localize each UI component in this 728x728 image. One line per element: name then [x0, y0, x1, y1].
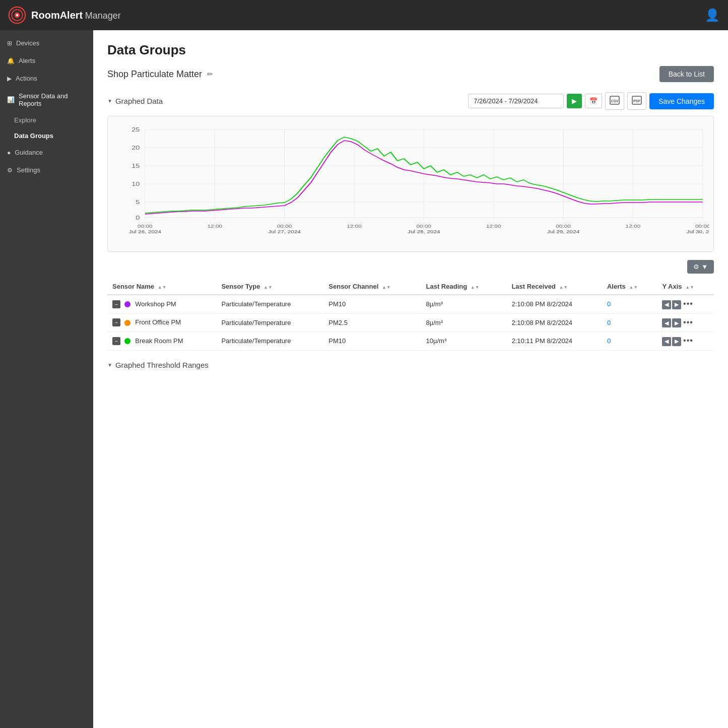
- row3-type-cell: Particulate/Temperature: [216, 332, 323, 351]
- threshold-section-title: Graphed Threshold Ranges: [107, 361, 714, 369]
- graphed-data-header: Graphed Data ▶ 📅 CSV PDF Save: [107, 92, 714, 110]
- csv-export-button[interactable]: CSV: [605, 92, 624, 110]
- sort-arrows-yaxis: ▲▼: [685, 285, 694, 290]
- svg-text:15: 15: [131, 163, 140, 169]
- row1-yaxis-cell: ◀ ▶ •••: [657, 295, 714, 313]
- row3-right-arrow[interactable]: ▶: [672, 337, 681, 346]
- row2-reading-cell: 8µ/m³: [421, 313, 507, 332]
- row1-right-arrow[interactable]: ▶: [672, 300, 681, 309]
- chart-svg: 25 20 15 10 5 0: [112, 124, 709, 245]
- date-range-input[interactable]: [468, 94, 564, 108]
- sort-arrows-name: ▲▼: [158, 285, 167, 290]
- row3-toggle[interactable]: −: [112, 337, 120, 345]
- sort-arrows-reading: ▲▼: [471, 285, 480, 290]
- sensor-table: Sensor Name ▲▼ Sensor Type ▲▼ Sensor Cha…: [107, 279, 714, 351]
- sidebar-subitem-explore[interactable]: Explore: [0, 112, 93, 128]
- row2-color-dot: [124, 320, 130, 326]
- table-header-row: Sensor Name ▲▼ Sensor Type ▲▼ Sensor Cha…: [107, 279, 714, 295]
- table-body: − Workshop PM Particulate/Temperature PM…: [107, 295, 714, 350]
- row1-alerts-link[interactable]: 0: [607, 300, 611, 308]
- row2-right-arrow[interactable]: ▶: [672, 318, 681, 327]
- sidebar-item-sensor-data[interactable]: 📊 Sensor Data and Reports: [0, 87, 93, 112]
- svg-text:00:00: 00:00: [138, 223, 153, 228]
- apply-date-button[interactable]: ▶: [567, 94, 582, 108]
- col-sensor-channel[interactable]: Sensor Channel ▲▼: [323, 279, 421, 295]
- calendar-button[interactable]: 📅: [585, 94, 602, 108]
- svg-text:Jul 28, 2024: Jul 28, 2024: [408, 229, 440, 234]
- chart-toolbar: ▶ 📅 CSV PDF Save Changes: [468, 92, 714, 110]
- row3-left-arrow[interactable]: ◀: [662, 337, 671, 346]
- user-icon[interactable]: 👤: [705, 8, 720, 22]
- page-title: Data Groups: [107, 42, 714, 58]
- chart-settings-button[interactable]: ⚙ ▼: [687, 260, 714, 274]
- col-yaxis[interactable]: Y Axis ▲▼: [657, 279, 714, 295]
- svg-text:Jul 26, 2024: Jul 26, 2024: [129, 229, 162, 234]
- row3-alerts-cell: 0: [602, 332, 657, 351]
- col-alerts[interactable]: Alerts ▲▼: [602, 279, 657, 295]
- save-changes-button[interactable]: Save Changes: [649, 93, 714, 109]
- top-nav: RoomAlert Manager 👤: [0, 0, 728, 30]
- svg-text:Jul 29, 2024: Jul 29, 2024: [547, 229, 580, 234]
- alerts-icon: 🔔: [7, 57, 15, 64]
- svg-text:10: 10: [131, 181, 140, 187]
- main-content: Data Groups Shop Particulate Matter ✏ Ba…: [93, 30, 728, 728]
- group-name-area: Shop Particulate Matter ✏: [107, 69, 213, 80]
- sidebar-item-devices[interactable]: ⊞ Devices: [0, 34, 93, 52]
- row1-received-cell: 2:10:08 PM 8/2/2024: [506, 295, 602, 313]
- row1-name-cell: − Workshop PM: [107, 295, 216, 313]
- sort-arrows-alerts: ▲▼: [629, 285, 638, 290]
- svg-text:5: 5: [136, 199, 140, 206]
- settings-row: ⚙ ▼: [107, 260, 714, 274]
- sidebar-item-guidance[interactable]: ● Guidance: [0, 144, 93, 161]
- table-row: − Workshop PM Particulate/Temperature PM…: [107, 295, 714, 313]
- sidebar: ⊞ Devices 🔔 Alerts ▶ Actions 📊 Sensor Da…: [0, 30, 93, 728]
- row1-alerts-cell: 0: [602, 295, 657, 313]
- pdf-export-button[interactable]: PDF: [627, 92, 646, 110]
- row2-more-button[interactable]: •••: [683, 318, 693, 327]
- col-last-received[interactable]: Last Received ▲▼: [506, 279, 602, 295]
- sidebar-submenu: Explore Data Groups: [0, 112, 93, 144]
- settings-dropdown-arrow: ▼: [701, 263, 708, 271]
- svg-text:CSV: CSV: [611, 99, 619, 103]
- group-name: Shop Particulate Matter: [107, 69, 202, 80]
- svg-text:00:00: 00:00: [417, 223, 432, 228]
- logo-text: RoomAlert Manager: [31, 10, 121, 21]
- roomalert-logo-icon: [8, 6, 26, 24]
- graphed-data-title: Graphed Data: [107, 97, 163, 105]
- col-last-reading[interactable]: Last Reading ▲▼: [421, 279, 507, 295]
- row2-left-arrow[interactable]: ◀: [662, 318, 671, 327]
- svg-text:25: 25: [131, 126, 140, 133]
- edit-icon[interactable]: ✏: [207, 70, 213, 78]
- pdf-icon: PDF: [632, 96, 642, 105]
- sensor-data-icon: 📊: [7, 96, 15, 103]
- row1-left-arrow[interactable]: ◀: [662, 300, 671, 309]
- svg-text:0: 0: [136, 215, 140, 221]
- row3-received-cell: 2:10:11 PM 8/2/2024: [506, 332, 602, 351]
- row2-nav-arrows: ◀ ▶: [662, 318, 681, 327]
- col-sensor-name[interactable]: Sensor Name ▲▼: [107, 279, 216, 295]
- row2-alerts-link[interactable]: 0: [607, 319, 611, 326]
- row1-toggle[interactable]: −: [112, 300, 120, 308]
- svg-text:20: 20: [131, 145, 140, 151]
- row1-more-button[interactable]: •••: [683, 299, 693, 308]
- sidebar-item-actions[interactable]: ▶ Actions: [0, 70, 93, 87]
- sidebar-item-settings[interactable]: ⚙ Settings: [0, 161, 93, 179]
- settings-icon: ⚙: [7, 167, 13, 174]
- svg-text:12:00: 12:00: [486, 223, 501, 228]
- row3-alerts-link[interactable]: 0: [607, 337, 611, 345]
- sidebar-subitem-data-groups[interactable]: Data Groups: [0, 128, 93, 144]
- row1-channel-cell: PM10: [323, 295, 421, 313]
- sidebar-item-alerts[interactable]: 🔔 Alerts: [0, 52, 93, 70]
- back-to-list-button[interactable]: Back to List: [659, 66, 714, 82]
- row2-received-cell: 2:10:08 PM 8/2/2024: [506, 313, 602, 332]
- svg-text:12:00: 12:00: [347, 223, 362, 228]
- table-row: − Break Room PM Particulate/Temperature …: [107, 332, 714, 351]
- sort-arrows-type: ▲▼: [263, 285, 273, 290]
- svg-text:00:00: 00:00: [695, 223, 709, 228]
- row3-more-button[interactable]: •••: [683, 336, 693, 345]
- row2-toggle[interactable]: −: [112, 318, 120, 326]
- col-sensor-type[interactable]: Sensor Type ▲▼: [216, 279, 323, 295]
- svg-text:00:00: 00:00: [277, 223, 292, 228]
- threshold-section: Graphed Threshold Ranges: [107, 361, 714, 369]
- sort-arrows-received: ▲▼: [559, 285, 568, 290]
